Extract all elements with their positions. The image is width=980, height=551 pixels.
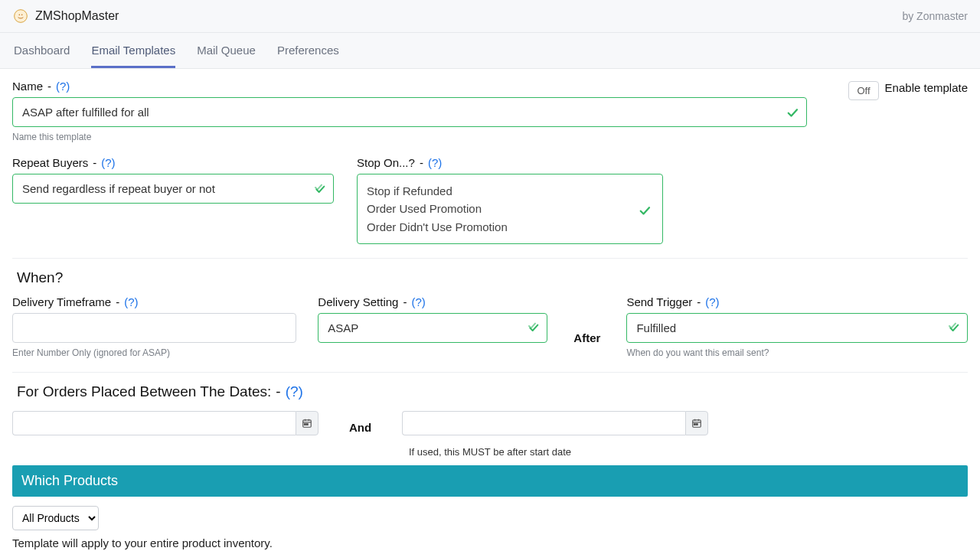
stop-on-label: Stop On...? - (?) bbox=[357, 156, 663, 169]
app-logo-icon bbox=[12, 8, 29, 24]
send-trigger-helper: When do you want this email sent? bbox=[626, 347, 968, 358]
after-word: After bbox=[569, 318, 605, 358]
repeat-buyers-label: Repeat Buyers - (?) bbox=[12, 156, 334, 169]
chevron-up-down-icon bbox=[528, 321, 540, 334]
delivery-timeframe-label: Delivery Timeframe - (?) bbox=[12, 295, 296, 308]
check-icon bbox=[638, 204, 652, 217]
tab-bar: Dashboard Email Templates Mail Queue Pre… bbox=[0, 33, 980, 69]
delivery-setting-help-link[interactable]: (?) bbox=[411, 295, 425, 308]
stop-on-help-link[interactable]: (?) bbox=[428, 156, 442, 169]
when-section-title: When? bbox=[17, 269, 968, 286]
dates-help-link[interactable]: (?) bbox=[286, 383, 303, 400]
check-icon bbox=[786, 106, 799, 119]
start-date-picker-button[interactable] bbox=[296, 411, 318, 435]
svg-rect-8 bbox=[306, 423, 308, 425]
delivery-timeframe-input[interactable] bbox=[12, 313, 296, 343]
start-date-group bbox=[12, 411, 318, 435]
name-input[interactable] bbox=[12, 97, 807, 127]
svg-rect-14 bbox=[697, 423, 698, 425]
top-bar: ZMShopMaster by Zonmaster bbox=[0, 0, 980, 33]
delivery-timeframe-helper: Enter Number Only (ignored for ASAP) bbox=[12, 347, 296, 358]
delivery-timeframe-help-link[interactable]: (?) bbox=[124, 295, 138, 308]
end-date-picker-button[interactable] bbox=[685, 411, 708, 435]
chevron-up-down-icon bbox=[314, 183, 326, 195]
svg-rect-13 bbox=[694, 423, 696, 425]
name-helper: Name this template bbox=[12, 132, 807, 142]
dates-section-title: For Orders Placed Between The Dates: - (… bbox=[17, 383, 968, 400]
end-date-note: If used, this MUST be after start date bbox=[12, 446, 968, 458]
repeat-buyers-help-link[interactable]: (?) bbox=[101, 156, 115, 169]
end-date-group bbox=[402, 411, 708, 435]
chevron-up-down-icon bbox=[948, 321, 960, 334]
enable-template-label: Enable template bbox=[885, 81, 968, 94]
stop-on-multiselect[interactable]: Stop if Refunded Order Used Promotion Or… bbox=[357, 174, 663, 244]
which-products-banner: Which Products bbox=[12, 465, 968, 497]
content-area: Name - (?) Name this template Off Enable… bbox=[0, 69, 980, 551]
tab-preferences[interactable]: Preferences bbox=[277, 33, 339, 68]
send-trigger-help-link[interactable]: (?) bbox=[705, 295, 719, 308]
enable-template-toggle[interactable]: Off bbox=[848, 81, 878, 100]
repeat-buyers-select[interactable]: Send regardless if repeat buyer or not bbox=[12, 174, 334, 204]
delivery-setting-select[interactable]: ASAP bbox=[318, 313, 547, 343]
products-select[interactable]: All Products bbox=[12, 506, 99, 530]
svg-rect-7 bbox=[305, 423, 306, 425]
send-trigger-select[interactable]: Fulfilled bbox=[626, 313, 968, 343]
name-help-link[interactable]: (?) bbox=[56, 80, 70, 93]
calendar-icon bbox=[691, 418, 702, 429]
svg-point-0 bbox=[15, 10, 28, 23]
start-date-input[interactable] bbox=[12, 411, 296, 435]
tab-mail-queue[interactable]: Mail Queue bbox=[197, 33, 256, 68]
calendar-icon bbox=[302, 418, 312, 429]
app-name: ZMShopMaster bbox=[35, 9, 119, 23]
end-date-input[interactable] bbox=[402, 411, 685, 435]
name-label: Name - (?) bbox=[12, 80, 807, 93]
tab-dashboard[interactable]: Dashboard bbox=[14, 33, 70, 68]
byline: by Zonmaster bbox=[902, 10, 968, 22]
send-trigger-label: Send Trigger - (?) bbox=[626, 295, 968, 308]
brand: ZMShopMaster bbox=[12, 8, 119, 24]
svg-point-1 bbox=[19, 15, 21, 16]
products-note: Template will apply to your entire produ… bbox=[12, 536, 968, 549]
and-word: And bbox=[349, 421, 371, 434]
delivery-setting-label: Delivery Setting - (?) bbox=[318, 295, 547, 308]
svg-point-2 bbox=[21, 15, 23, 16]
tab-email-templates[interactable]: Email Templates bbox=[91, 33, 175, 68]
